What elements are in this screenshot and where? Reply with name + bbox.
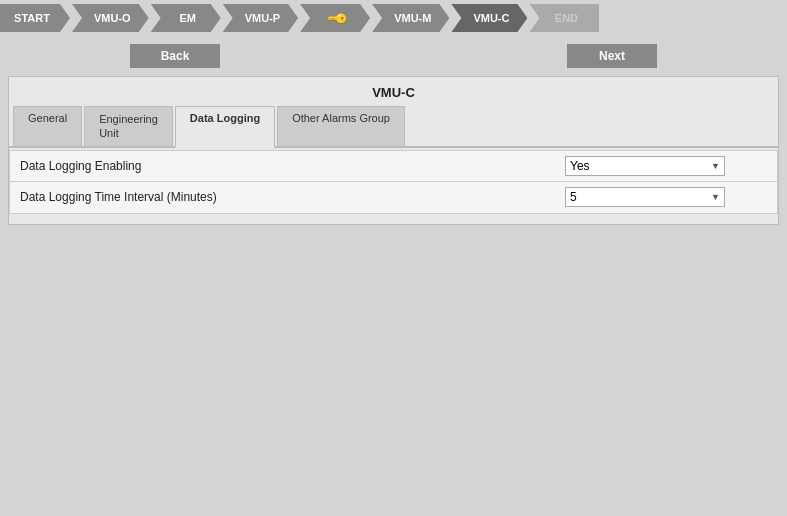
- data-logging-time-interval-label: Data Logging Time Interval (Minutes): [10, 184, 557, 210]
- breadcrumb-vmu-c[interactable]: VMU-C: [451, 4, 527, 32]
- breadcrumb-vmu-m[interactable]: VMU-M: [372, 4, 449, 32]
- breadcrumb-end[interactable]: END: [529, 4, 599, 32]
- next-button[interactable]: Next: [567, 44, 657, 68]
- breadcrumb-vmu-m-label: VMU-M: [394, 12, 431, 24]
- data-logging-enabling-control: Yes No: [557, 152, 777, 180]
- page-title: VMU-C: [9, 77, 778, 106]
- data-logging-enabling-select-wrapper: Yes No: [565, 156, 725, 176]
- main-content: VMU-C General EngineeringUnit Data Loggi…: [8, 76, 779, 225]
- key-icon: 🔑: [325, 6, 348, 29]
- breadcrumb-start[interactable]: START: [0, 4, 70, 32]
- breadcrumb-bar: START VMU-O EM VMU-P 🔑 VMU-M VMU-C END: [0, 0, 787, 36]
- form-section: Data Logging Enabling Yes No Data Loggin…: [9, 150, 778, 214]
- tab-data-logging[interactable]: Data Logging: [175, 106, 275, 148]
- data-logging-time-interval-control: 1 5 10 15 30 60: [557, 183, 777, 211]
- breadcrumb-vmu-p[interactable]: VMU-P: [223, 4, 298, 32]
- data-logging-time-interval-select-wrapper: 1 5 10 15 30 60: [565, 187, 725, 207]
- breadcrumb-vmu-o-label: VMU-O: [94, 12, 131, 24]
- tabs: General EngineeringUnit Data Logging Oth…: [9, 106, 778, 148]
- data-logging-enabling-label: Data Logging Enabling: [10, 153, 557, 179]
- tab-general[interactable]: General: [13, 106, 82, 146]
- form-row-data-logging-enabling: Data Logging Enabling Yes No: [9, 150, 778, 182]
- data-logging-enabling-select[interactable]: Yes No: [565, 156, 725, 176]
- breadcrumb-start-label: START: [14, 12, 50, 24]
- button-row: Back Next: [0, 36, 787, 76]
- breadcrumb-em-label: EM: [179, 12, 196, 24]
- tab-other-alarms-group[interactable]: Other Alarms Group: [277, 106, 405, 146]
- data-logging-time-interval-select[interactable]: 1 5 10 15 30 60: [565, 187, 725, 207]
- breadcrumb-vmu-c-label: VMU-C: [473, 12, 509, 24]
- breadcrumb-em[interactable]: EM: [151, 4, 221, 32]
- back-button[interactable]: Back: [130, 44, 220, 68]
- tab-engineering-unit[interactable]: EngineeringUnit: [84, 106, 173, 146]
- breadcrumb-end-label: END: [555, 12, 578, 24]
- form-row-data-logging-time-interval: Data Logging Time Interval (Minutes) 1 5…: [9, 182, 778, 214]
- breadcrumb-vmu-o[interactable]: VMU-O: [72, 4, 149, 32]
- breadcrumb-key[interactable]: 🔑: [300, 4, 370, 32]
- breadcrumb-vmu-p-label: VMU-P: [245, 12, 280, 24]
